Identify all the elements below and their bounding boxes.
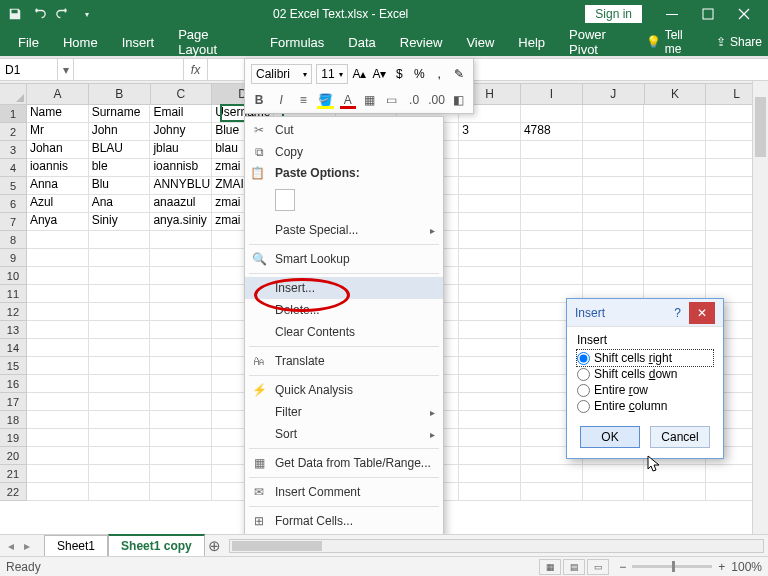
cell[interactable] bbox=[27, 447, 89, 465]
fx-button[interactable]: fx bbox=[184, 59, 208, 80]
tab-formulas[interactable]: Formulas bbox=[258, 28, 336, 56]
ctx-cut[interactable]: ✂Cut bbox=[245, 119, 443, 141]
cell[interactable] bbox=[89, 411, 151, 429]
cell[interactable] bbox=[459, 483, 521, 501]
cell[interactable] bbox=[583, 483, 645, 501]
cell[interactable]: Anya bbox=[27, 213, 89, 231]
cell[interactable] bbox=[27, 285, 89, 303]
tab-page-layout[interactable]: Page Layout bbox=[166, 28, 258, 56]
cell[interactable] bbox=[27, 339, 89, 357]
cell[interactable] bbox=[27, 321, 89, 339]
row-header[interactable]: 4 bbox=[0, 159, 27, 177]
row-header[interactable]: 17 bbox=[0, 393, 27, 411]
cell[interactable] bbox=[89, 357, 151, 375]
borders-icon[interactable]: ▦ bbox=[362, 91, 378, 109]
col-header[interactable]: B bbox=[89, 84, 151, 104]
cell[interactable] bbox=[89, 303, 151, 321]
comma-format-icon[interactable]: , bbox=[431, 65, 447, 83]
row-header[interactable]: 12 bbox=[0, 303, 27, 321]
help-button[interactable]: ? bbox=[674, 306, 681, 320]
font-size-combo[interactable]: 11▾ bbox=[316, 64, 347, 84]
cell[interactable] bbox=[150, 321, 212, 339]
cell[interactable] bbox=[27, 411, 89, 429]
cell[interactable] bbox=[89, 339, 151, 357]
cell[interactable]: Anna bbox=[27, 177, 89, 195]
row-header[interactable]: 9 bbox=[0, 249, 27, 267]
ctx-quick-analysis[interactable]: ⚡Quick Analysis bbox=[245, 379, 443, 401]
cell[interactable] bbox=[150, 285, 212, 303]
cell[interactable] bbox=[459, 177, 521, 195]
cell[interactable] bbox=[583, 177, 645, 195]
tab-help[interactable]: Help bbox=[506, 28, 557, 56]
cell[interactable] bbox=[583, 159, 645, 177]
cell[interactable] bbox=[644, 231, 706, 249]
merge-icon[interactable]: ▭ bbox=[384, 91, 400, 109]
cell[interactable]: anaazul bbox=[150, 195, 212, 213]
accounting-format-icon[interactable]: $ bbox=[391, 65, 407, 83]
cell[interactable] bbox=[459, 429, 521, 447]
row-header[interactable]: 20 bbox=[0, 447, 27, 465]
cell[interactable] bbox=[150, 339, 212, 357]
cell[interactable] bbox=[644, 141, 706, 159]
ctx-copy[interactable]: ⧉Copy bbox=[245, 141, 443, 163]
pagebreak-view-icon[interactable]: ▭ bbox=[587, 559, 609, 575]
cell[interactable] bbox=[89, 267, 151, 285]
cell[interactable] bbox=[459, 303, 521, 321]
cell[interactable] bbox=[150, 465, 212, 483]
row-header[interactable]: 10 bbox=[0, 267, 27, 285]
zoom-level[interactable]: 100% bbox=[731, 560, 762, 574]
row-header[interactable]: 11 bbox=[0, 285, 27, 303]
tab-data[interactable]: Data bbox=[336, 28, 387, 56]
row-header[interactable]: 2 bbox=[0, 123, 27, 141]
cell[interactable] bbox=[521, 267, 583, 285]
cell[interactable]: 3 bbox=[459, 123, 521, 141]
cell[interactable] bbox=[583, 249, 645, 267]
cell[interactable]: Johan bbox=[27, 141, 89, 159]
cell[interactable] bbox=[89, 393, 151, 411]
cell[interactable] bbox=[644, 213, 706, 231]
font-color-icon[interactable]: A bbox=[340, 91, 356, 109]
cell[interactable] bbox=[89, 447, 151, 465]
cell[interactable] bbox=[459, 195, 521, 213]
ctx-paste-special[interactable]: Paste Special... bbox=[245, 219, 443, 241]
close-button[interactable] bbox=[726, 0, 762, 28]
cell[interactable] bbox=[459, 393, 521, 411]
cell[interactable] bbox=[583, 465, 645, 483]
ctx-filter[interactable]: Filter bbox=[245, 401, 443, 423]
tell-me-button[interactable]: Tell me bbox=[665, 28, 697, 56]
bold-icon[interactable]: B bbox=[251, 91, 267, 109]
cell[interactable]: ble bbox=[89, 159, 151, 177]
cell[interactable] bbox=[459, 321, 521, 339]
align-center-icon[interactable]: ≡ bbox=[295, 91, 311, 109]
cell[interactable] bbox=[150, 429, 212, 447]
cell[interactable] bbox=[521, 105, 583, 123]
cell[interactable] bbox=[644, 159, 706, 177]
row-header[interactable]: 14 bbox=[0, 339, 27, 357]
add-sheet-button[interactable]: ⊕ bbox=[205, 537, 225, 555]
cell[interactable]: John bbox=[89, 123, 151, 141]
dialog-close-button[interactable]: ✕ bbox=[689, 302, 715, 324]
cell[interactable] bbox=[89, 285, 151, 303]
ctx-smart-lookup[interactable]: 🔍Smart Lookup bbox=[245, 248, 443, 270]
tab-home[interactable]: Home bbox=[51, 28, 110, 56]
horizontal-scrollbar[interactable] bbox=[229, 539, 764, 553]
fill-color-icon[interactable]: 🪣 bbox=[317, 91, 333, 109]
row-header[interactable]: 6 bbox=[0, 195, 27, 213]
cell[interactable] bbox=[521, 195, 583, 213]
ctx-insert[interactable]: Insert... bbox=[245, 277, 443, 299]
cell[interactable] bbox=[521, 177, 583, 195]
cell[interactable] bbox=[521, 483, 583, 501]
cell[interactable] bbox=[583, 141, 645, 159]
tab-power-pivot[interactable]: Power Pivot bbox=[557, 28, 646, 56]
ok-button[interactable]: OK bbox=[580, 426, 640, 448]
cell[interactable] bbox=[583, 123, 645, 141]
cell[interactable]: Surname bbox=[89, 105, 151, 123]
cell[interactable] bbox=[459, 267, 521, 285]
row-header[interactable]: 7 bbox=[0, 213, 27, 231]
cell[interactable] bbox=[150, 411, 212, 429]
ctx-get-data[interactable]: ▦Get Data from Table/Range... bbox=[245, 452, 443, 474]
layout-view-icon[interactable]: ▤ bbox=[563, 559, 585, 575]
cell[interactable] bbox=[521, 465, 583, 483]
qat-dropdown-icon[interactable]: ▾ bbox=[78, 5, 96, 23]
cell[interactable] bbox=[583, 231, 645, 249]
